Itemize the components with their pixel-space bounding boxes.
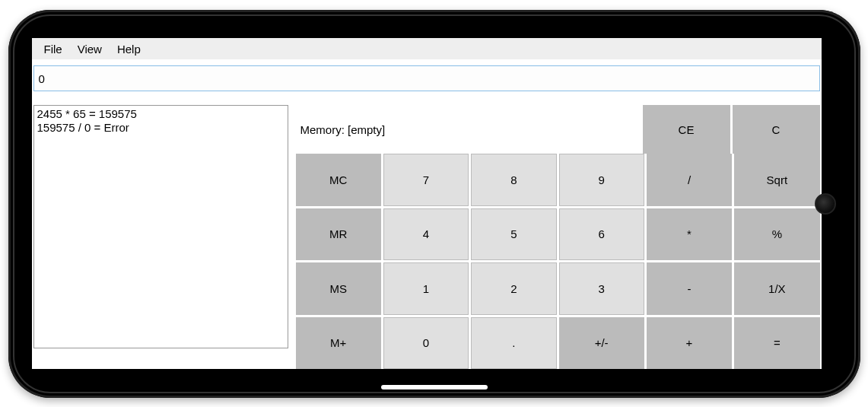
main-area: 2455 * 65 = 159575 159575 / 0 = Error Me… — [32, 105, 822, 369]
multiply-button[interactable]: * — [647, 208, 732, 261]
memory-label: Memory: [empty] — [296, 123, 643, 136]
digit-5-button[interactable]: 5 — [471, 208, 556, 261]
digit-9-button[interactable]: 9 — [559, 154, 644, 206]
clear-buttons: CE C — [643, 105, 820, 154]
add-button[interactable]: + — [647, 317, 732, 370]
menu-file[interactable]: File — [37, 43, 70, 56]
reciprocal-button[interactable]: 1/X — [734, 262, 819, 315]
decimal-button[interactable]: . — [471, 317, 556, 370]
digit-8-button[interactable]: 8 — [471, 154, 556, 206]
c-button[interactable]: C — [733, 105, 820, 154]
history-panel[interactable]: 2455 * 65 = 159575 159575 / 0 = Error — [33, 105, 288, 348]
digit-2-button[interactable]: 2 — [471, 262, 556, 315]
digit-7-button[interactable]: 7 — [383, 154, 469, 206]
ms-button[interactable]: MS — [296, 262, 381, 315]
digit-6-button[interactable]: 6 — [559, 208, 644, 261]
memory-row: Memory: [empty] CE C — [296, 105, 820, 154]
keypad-grid: MC 7 8 9 / Sqrt MR 4 5 6 * % MS 1 — [296, 154, 820, 369]
display-input[interactable] — [33, 65, 820, 91]
keypad-area: Memory: [empty] CE C MC 7 8 9 / Sqrt M — [296, 105, 820, 369]
phone-camera-icon — [815, 193, 836, 215]
mplus-button[interactable]: M+ — [296, 317, 381, 370]
home-indicator-icon — [381, 385, 488, 390]
digit-3-button[interactable]: 3 — [559, 262, 644, 315]
phone-frame: File View Help 2455 * 65 = 159575 159575… — [0, 0, 868, 407]
equals-button[interactable]: = — [734, 317, 819, 370]
menu-view[interactable]: View — [70, 43, 110, 56]
ce-button[interactable]: CE — [643, 105, 730, 154]
subtract-button[interactable]: - — [647, 262, 732, 315]
mc-button[interactable]: MC — [296, 154, 381, 206]
mr-button[interactable]: MR — [296, 208, 381, 261]
display-container — [32, 59, 822, 91]
app-screen: File View Help 2455 * 65 = 159575 159575… — [32, 38, 822, 369]
divide-button[interactable]: / — [647, 154, 732, 206]
percent-button[interactable]: % — [734, 208, 819, 261]
digit-4-button[interactable]: 4 — [383, 208, 469, 261]
sqrt-button[interactable]: Sqrt — [734, 154, 819, 206]
digit-1-button[interactable]: 1 — [383, 262, 469, 315]
sign-button[interactable]: +/- — [559, 317, 644, 370]
phone-body: File View Help 2455 * 65 = 159575 159575… — [8, 10, 860, 398]
menu-help[interactable]: Help — [110, 43, 148, 56]
menubar: File View Help — [32, 38, 822, 59]
digit-0-button[interactable]: 0 — [383, 317, 469, 370]
